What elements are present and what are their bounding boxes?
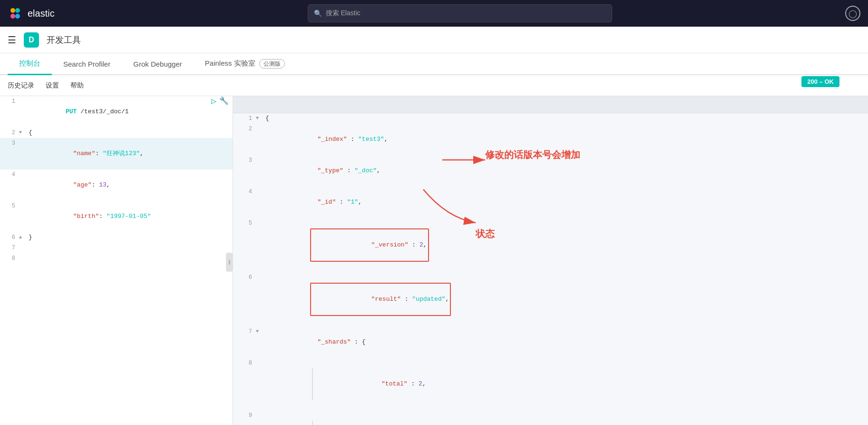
help-button[interactable]: 帮助 xyxy=(70,81,84,90)
right-editor-panel: 1 ▼ { 2 "_index" : "test3", 3 xyxy=(233,96,868,425)
editor-line-3: 3 "name": "狂神说123", xyxy=(0,138,233,169)
elastic-logo-icon xyxy=(8,6,23,21)
run-button[interactable]: ▷ xyxy=(211,96,216,107)
settings-button[interactable]: 设置 xyxy=(46,81,59,90)
status-badge: 200 – OK xyxy=(801,76,839,87)
main-area: 1 PUT /test3/_doc/1 ▷ 🔧 2 ▼ { 3 xyxy=(0,96,868,425)
history-button[interactable]: 历史记录 xyxy=(8,81,34,90)
second-bar: ☰ D 开发工具 xyxy=(0,27,868,53)
left-editor-panel: 1 PUT /test3/_doc/1 ▷ 🔧 2 ▼ { 3 xyxy=(0,96,233,425)
user-avatar-button[interactable]: ◯ xyxy=(845,6,860,21)
editor-line-6: 6 ▲ } xyxy=(0,232,233,243)
resp-line-6: 6 "result" : "updated", xyxy=(237,272,864,326)
tab-search-profiler[interactable]: Search Profiler xyxy=(52,54,122,75)
version-highlight-box: "_version" : 2, xyxy=(310,228,429,262)
version-annotation-text: 修改的话版本号会增加 xyxy=(485,148,580,161)
app-badge: D xyxy=(24,32,39,48)
search-bar-container: 🔍 搜索 Elastic xyxy=(82,4,838,22)
svg-point-3 xyxy=(15,14,20,19)
editor-line-4: 4 "age": 13, xyxy=(0,169,233,201)
editor-line-5: 5 "birth": "1997-01-05" xyxy=(0,201,233,232)
tabs-bar: 控制台 Search Profiler Grok Debugger Painle… xyxy=(0,53,868,75)
status-annotation: 状态 xyxy=(419,189,552,239)
resp-line-9: 9 "successful" : 1, xyxy=(237,410,864,425)
resp-line-7: 7 ▼ "_shards" : { xyxy=(237,326,864,358)
editor-line-8: 8 xyxy=(0,253,233,264)
resp-line-1: 1 ▼ { xyxy=(237,113,864,124)
nav-right: ◯ xyxy=(845,6,860,21)
painless-lab-badge: 公测版 xyxy=(259,59,285,69)
tab-painless-lab[interactable]: Painless 实验室 公测版 xyxy=(194,53,296,75)
search-icon: 🔍 xyxy=(314,10,322,17)
tab-console[interactable]: 控制台 xyxy=(8,53,52,75)
editor-line-1: 1 PUT /test3/_doc/1 ▷ 🔧 xyxy=(0,96,233,128)
svg-point-0 xyxy=(10,8,15,13)
result-highlight-box: "result" : "updated", xyxy=(310,283,451,316)
svg-point-1 xyxy=(15,8,20,13)
svg-point-2 xyxy=(10,14,15,19)
resp-line-8: 8 "total" : 2, xyxy=(237,358,864,410)
response-header xyxy=(233,96,868,113)
user-icon: ◯ xyxy=(848,9,857,18)
search-bar[interactable]: 🔍 搜索 Elastic xyxy=(308,4,612,22)
toolbar: 历史记录 设置 帮助 200 – OK xyxy=(0,75,868,96)
wrench-icon[interactable]: 🔧 xyxy=(219,96,229,107)
request-editor[interactable]: 1 PUT /test3/_doc/1 ▷ 🔧 2 ▼ { 3 xyxy=(0,96,233,425)
panel-divider[interactable]: ‖ xyxy=(226,253,233,272)
tab-grok-debugger[interactable]: Grok Debugger xyxy=(122,54,194,75)
elastic-logo: elastic xyxy=(8,6,74,21)
logo-text: elastic xyxy=(28,8,55,19)
search-placeholder: 搜索 Elastic xyxy=(326,9,361,18)
response-content: 1 ▼ { 2 "_index" : "test3", 3 xyxy=(233,113,868,425)
app-title: 开发工具 xyxy=(47,34,81,46)
hamburger-menu[interactable]: ☰ xyxy=(8,34,16,46)
editor-line-7: 7 xyxy=(0,243,233,253)
editor-line-2: 2 ▼ { xyxy=(0,128,233,138)
status-annotation-text: 状态 xyxy=(476,227,495,240)
top-nav: elastic 🔍 搜索 Elastic ◯ xyxy=(0,0,868,27)
